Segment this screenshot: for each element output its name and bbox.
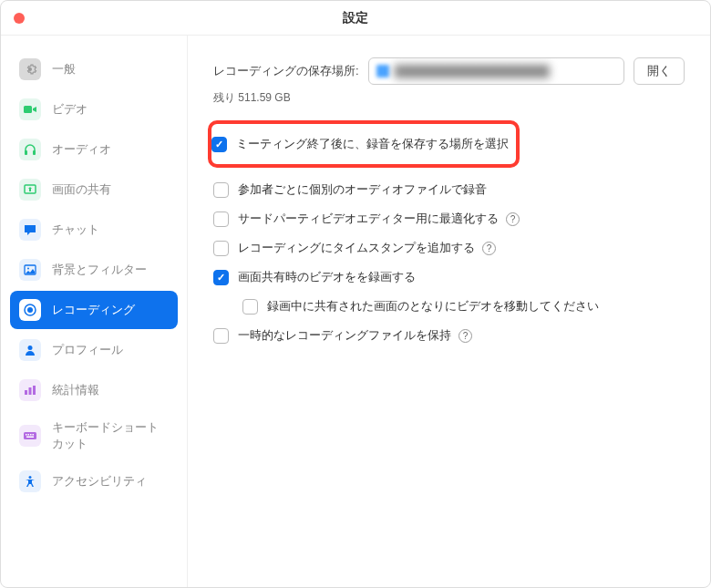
svg-rect-13 [26, 434, 27, 436]
checkmark-icon: ✓ [215, 139, 223, 150]
checkbox-timestamp[interactable] [213, 241, 229, 256]
svg-point-8 [28, 346, 33, 350]
checkbox-keep-temp-row: 一時的なレコーディングファイルを保持 ? [213, 321, 685, 350]
image-icon [19, 259, 41, 281]
checkbox-label: 録画中に共有された画面のとなりにビデオを移動してください [267, 298, 599, 315]
svg-rect-2 [33, 150, 36, 155]
svg-rect-11 [33, 386, 36, 395]
checkbox-label: レコーディングにタイムスタンプを追加する [238, 240, 475, 256]
location-row: レコーディングの保存場所: ████████████████████ 開く [213, 57, 685, 85]
checkbox-separate-audio-row: 参加者ごとに個別のオーディオファイルで録音 [213, 175, 685, 204]
checkbox-optimize-editor[interactable] [213, 211, 229, 227]
headphones-icon [19, 139, 41, 160]
sidebar-item-label: レコーディング [52, 302, 135, 318]
titlebar: 設定 [1, 1, 710, 36]
checkbox-label: サードパーティビデオエディター用に最適化する [238, 211, 499, 227]
checkbox-move-video-row: 録画中に共有された画面のとなりにビデオを移動してください [213, 292, 685, 321]
checkmark-icon: ✓ [217, 272, 225, 284]
svg-rect-10 [29, 387, 32, 395]
sidebar-item-statistics[interactable]: 統計情報 [10, 371, 178, 409]
sidebar-item-label: オーディオ [52, 141, 111, 158]
sidebar-item-audio[interactable]: オーディオ [10, 130, 178, 169]
remaining-space: 残り 511.59 GB [213, 90, 685, 106]
sidebar-item-label: 統計情報 [52, 382, 99, 398]
sidebar-item-share-screen[interactable]: 画面の共有 [10, 170, 178, 209]
svg-rect-1 [25, 150, 27, 155]
record-icon [19, 299, 41, 321]
content-area: レコーディングの保存場所: ████████████████████ 開く 残り… [188, 36, 710, 587]
person-icon [19, 339, 41, 361]
svg-rect-15 [30, 434, 32, 436]
checkbox-keep-temp[interactable] [213, 328, 229, 344]
sidebar-item-label: プロフィール [52, 342, 123, 358]
checkbox-label: 参加者ごとに個別のオーディオファイルで録音 [238, 181, 487, 198]
sidebar-item-recording[interactable]: レコーディング [10, 291, 178, 329]
window-title: 設定 [343, 10, 368, 26]
sidebar-item-profile[interactable]: プロフィール [10, 331, 178, 369]
sidebar-item-general[interactable]: 一般 [10, 50, 178, 88]
video-icon [19, 98, 41, 120]
checkbox-separate-audio[interactable] [213, 182, 229, 198]
sidebar-item-keyboard[interactable]: キーボードショートカット [10, 411, 178, 460]
checkbox-timestamp-row: レコーディングにタイムスタンプを追加する ? [213, 233, 685, 263]
svg-rect-17 [26, 437, 34, 438]
sidebar-item-label: 一般 [52, 61, 76, 77]
highlight-annotation: ✓ ミーティング終了後に、録音を保存する場所を選択 [208, 120, 520, 168]
settings-window: 設定 一般 ビデオ オーディオ 画面の共有 チャット 背景とフィルター レコーデ… [0, 0, 711, 588]
help-icon[interactable]: ? [506, 212, 520, 226]
sidebar-item-label: キーボードショートカット [52, 419, 169, 452]
traffic-lights [14, 13, 25, 24]
svg-rect-14 [28, 434, 30, 436]
chat-icon [19, 219, 41, 241]
open-button[interactable]: 開く [634, 57, 685, 85]
folder-icon [376, 65, 389, 77]
svg-point-5 [27, 268, 29, 270]
sidebar-item-label: チャット [52, 222, 99, 238]
checkbox-label: 一時的なレコーディングファイルを保持 [238, 327, 451, 344]
close-window-button[interactable] [14, 13, 25, 24]
sidebar-item-chat[interactable]: チャット [10, 211, 178, 249]
sidebar-item-background[interactable]: 背景とフィルター [10, 251, 178, 289]
checkbox-choose-location[interactable]: ✓ [211, 137, 227, 152]
share-icon [19, 179, 41, 201]
svg-rect-12 [24, 432, 36, 439]
checkbox-label: 画面共有時のビデオをを録画する [238, 269, 416, 285]
sidebar-item-label: 画面の共有 [52, 181, 111, 198]
checkbox-label: ミーティング終了後に、録音を保存する場所を選択 [236, 136, 509, 152]
sidebar: 一般 ビデオ オーディオ 画面の共有 チャット 背景とフィルター レコーディング… [1, 36, 188, 587]
checkbox-record-video-row: ✓ 画面共有時のビデオをを録画する [213, 263, 685, 292]
help-icon[interactable]: ? [459, 329, 472, 343]
location-label: レコーディングの保存場所: [213, 63, 359, 79]
window-body: 一般 ビデオ オーディオ 画面の共有 チャット 背景とフィルター レコーディング… [1, 36, 710, 587]
sidebar-item-label: ビデオ [52, 101, 88, 118]
svg-rect-16 [33, 434, 35, 436]
checkbox-record-video[interactable]: ✓ [213, 270, 229, 285]
sidebar-item-video[interactable]: ビデオ [10, 90, 178, 129]
svg-rect-9 [25, 390, 27, 395]
location-path-field[interactable]: ████████████████████ [368, 57, 624, 85]
checkbox-optimize-editor-row: サードパーティビデオエディター用に最適化する ? [213, 204, 685, 233]
location-path-value: ████████████████████ [395, 65, 550, 77]
svg-point-18 [29, 476, 32, 479]
gear-icon [19, 58, 41, 80]
options-list: ✓ ミーティング終了後に、録音を保存する場所を選択 参加者ごとに個別のオーディオ… [213, 120, 685, 350]
sidebar-item-label: 背景とフィルター [52, 262, 147, 278]
svg-rect-0 [24, 106, 32, 113]
help-icon[interactable]: ? [482, 242, 496, 255]
keyboard-icon [19, 425, 41, 447]
stats-icon [19, 379, 41, 401]
sidebar-item-accessibility[interactable]: アクセシビリティ [10, 462, 178, 500]
checkbox-choose-location-row: ✓ ミーティング終了後に、録音を保存する場所を選択 [211, 129, 509, 159]
checkbox-move-video[interactable] [242, 299, 258, 315]
sidebar-item-label: アクセシビリティ [52, 473, 147, 490]
accessibility-icon [19, 470, 41, 492]
svg-point-7 [27, 307, 33, 313]
